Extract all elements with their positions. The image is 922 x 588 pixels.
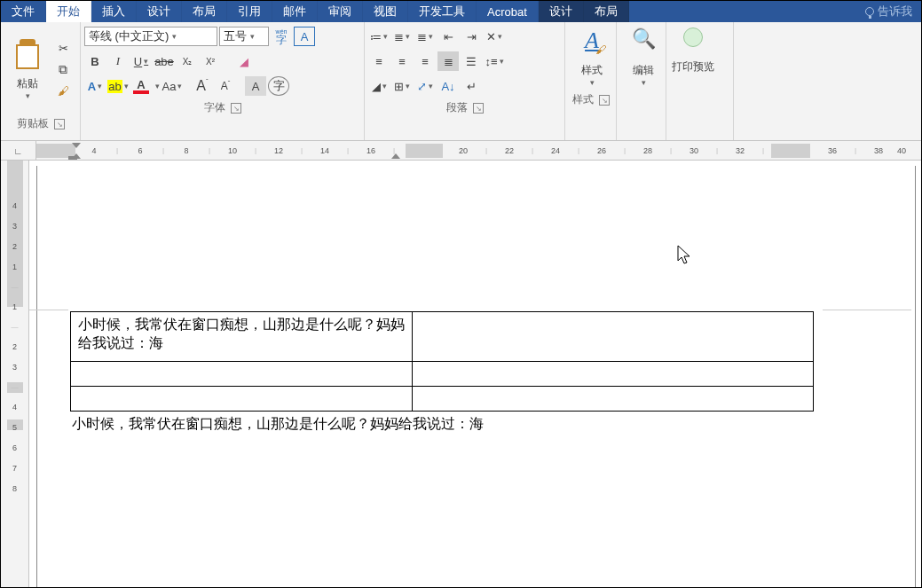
font-group-label: 字体: [204, 100, 225, 115]
multilevel-icon: ≣: [417, 30, 427, 43]
strike-button[interactable]: abe: [154, 51, 175, 71]
group-font: 等线 (中文正文)▾ 五号▾ wén 字 A B I U▾ abe X₂ X² …: [81, 22, 365, 140]
copy-button[interactable]: ⧉: [52, 59, 74, 79]
asian-layout-button[interactable]: ✕▾: [484, 27, 505, 46]
distribute-button[interactable]: ☰: [461, 51, 482, 71]
shrink-font-button[interactable]: Aˇ: [215, 76, 236, 96]
font-color-swatch: [133, 90, 149, 94]
clipboard-dialog-launcher[interactable]: ↘: [54, 119, 65, 129]
tab-file[interactable]: 文件: [1, 1, 46, 22]
tab-dev[interactable]: 开发工具: [408, 1, 477, 22]
text-effect-button[interactable]: A▾: [84, 76, 106, 96]
tab-view[interactable]: 视图: [363, 1, 408, 22]
asian-icon: ✕: [486, 30, 496, 43]
doc-table[interactable]: 小时候，我常伏在窗口痴想，山那边是什么呢？妈妈给我说过：海: [70, 311, 814, 412]
decrease-indent-button[interactable]: ⇤: [437, 27, 459, 46]
line-spacing-button[interactable]: ↕≡▾: [484, 51, 505, 71]
eraser-icon: ◢: [240, 55, 248, 68]
format-painter-button[interactable]: 🖌: [52, 81, 74, 100]
styles-label: 样式: [581, 63, 603, 78]
numbering-button[interactable]: ≣▾: [391, 27, 413, 46]
bold-button[interactable]: B: [84, 51, 106, 71]
clear-format-button[interactable]: ◢: [233, 51, 255, 71]
font-color-button[interactable]: A: [130, 76, 152, 96]
align-right-button[interactable]: ≡: [414, 51, 436, 71]
document-page[interactable]: 小时候，我常伏在窗口痴想，山那边是什么呢？妈妈给我说过：海 小时候，我常伏在窗口…: [29, 161, 921, 588]
superscript-button[interactable]: X²: [200, 51, 221, 71]
paragraph-dialog-launcher[interactable]: ↘: [473, 103, 484, 114]
outdent-icon: ⇤: [444, 30, 453, 43]
sort-icon: A↓: [441, 80, 454, 93]
paragraph-group-label: 段落: [446, 100, 468, 115]
table-cell-3-1[interactable]: [71, 387, 413, 412]
group-clipboard: 粘贴 ▾ ✂ ⧉ 🖌 剪贴板 ↘: [1, 22, 81, 140]
highlight-button[interactable]: ab▾: [107, 76, 129, 96]
tab-acrobat[interactable]: Acrobat: [477, 1, 539, 22]
table-cell-2-2[interactable]: [413, 362, 814, 387]
tab-table-design[interactable]: 设计: [539, 1, 584, 22]
grow-font-button[interactable]: Aˆ: [192, 76, 213, 96]
tab-table-layout[interactable]: 布局: [584, 1, 629, 22]
char-border-button[interactable]: A: [294, 27, 315, 46]
table-cell-1-1[interactable]: 小时候，我常伏在窗口痴想，山那边是什么呢？妈妈给我说过：海: [71, 312, 413, 362]
distribute-icon: ☰: [466, 55, 477, 68]
tab-insert[interactable]: 插入: [91, 1, 137, 22]
font-dialog-launcher[interactable]: ↘: [231, 103, 241, 114]
italic-button[interactable]: I: [107, 51, 129, 71]
group-preview: 打印预览: [666, 22, 734, 140]
change-case-button[interactable]: Aa▾: [162, 76, 183, 96]
document-content[interactable]: 小时候，我常伏在窗口痴想，山那边是什么呢？妈妈给我说过：海 小时候，我常伏在窗口…: [70, 311, 814, 434]
bullets-button[interactable]: ≔▾: [368, 27, 390, 46]
align-center-button[interactable]: ≡: [391, 51, 413, 71]
subscript-button[interactable]: X₂: [177, 51, 198, 71]
shading-button[interactable]: ◢▾: [368, 76, 390, 96]
snap-button[interactable]: ⤢▾: [414, 76, 436, 96]
bullets-icon: ≔: [370, 30, 382, 43]
body-paragraph[interactable]: 小时候，我常伏在窗口痴想，山那边是什么呢？妈妈给我说过：海: [70, 412, 814, 434]
styles-button[interactable]: A 🖌 样式 ▾: [569, 24, 615, 90]
char-border-label: A: [301, 30, 309, 43]
tab-ref[interactable]: 引用: [227, 1, 272, 22]
ruler-corner[interactable]: ∟: [1, 141, 36, 161]
table-cell-2-1[interactable]: [71, 362, 413, 387]
justify-button[interactable]: ≣: [437, 51, 459, 71]
tab-design-1[interactable]: 设计: [137, 1, 182, 22]
font-size-select[interactable]: 五号▾: [219, 27, 269, 46]
tab-home[interactable]: 开始: [46, 1, 91, 22]
vertical-ruler[interactable]: 4321—1—23—45678: [1, 161, 29, 588]
font-color-dropdown[interactable]: ▾: [155, 82, 160, 90]
char-shading-button[interactable]: A: [245, 76, 266, 96]
tell-me[interactable]: 告诉我: [856, 1, 921, 22]
font-name-select[interactable]: 等线 (中文正文)▾: [84, 27, 217, 46]
increase-indent-button[interactable]: ⇥: [461, 27, 482, 46]
table-row[interactable]: 小时候，我常伏在窗口痴想，山那边是什么呢？妈妈给我说过：海: [71, 312, 814, 362]
styles-dialog-launcher[interactable]: ↘: [599, 95, 610, 106]
enclose-char-button[interactable]: 字: [268, 76, 289, 96]
mouse-cursor-icon: [677, 245, 691, 270]
editing-button[interactable]: 🔍 编辑 ▾: [620, 24, 666, 90]
cut-button[interactable]: ✂: [52, 38, 74, 58]
ribbon: 粘贴 ▾ ✂ ⧉ 🖌 剪贴板 ↘ 等线 (中文正文)▾: [1, 22, 921, 141]
multilevel-button[interactable]: ≣▾: [414, 27, 436, 46]
border-icon: ⊞: [394, 80, 404, 93]
tab-mail[interactable]: 邮件: [272, 1, 318, 22]
tab-layout-1[interactable]: 布局: [182, 1, 227, 22]
paste-button[interactable]: 粘贴 ▾: [4, 24, 51, 114]
table-row[interactable]: [71, 362, 814, 387]
horizontal-ruler[interactable]: ∟ 2|4|6|8|10|12|14|16|||20|22|24|26|28|3…: [1, 141, 921, 161]
print-preview-button[interactable]: 打印预览: [670, 24, 716, 78]
borders-button[interactable]: ⊞▾: [391, 76, 413, 96]
table-row[interactable]: [71, 387, 814, 412]
sort-button[interactable]: A↓: [437, 76, 459, 96]
tell-me-label: 告诉我: [878, 4, 912, 20]
underline-button[interactable]: U▾: [130, 51, 152, 71]
table-cell-3-2[interactable]: [413, 387, 814, 412]
align-left-button[interactable]: ≡: [368, 51, 390, 71]
preview-icon: [683, 27, 703, 47]
table-cell-1-2[interactable]: [413, 312, 814, 362]
justify-icon: ≣: [444, 55, 453, 68]
show-marks-button[interactable]: ↵: [461, 76, 482, 96]
tab-review[interactable]: 审阅: [318, 1, 363, 22]
styles-dropdown-icon: ▾: [590, 78, 595, 87]
phonetic-guide-button[interactable]: wén 字: [271, 27, 292, 46]
